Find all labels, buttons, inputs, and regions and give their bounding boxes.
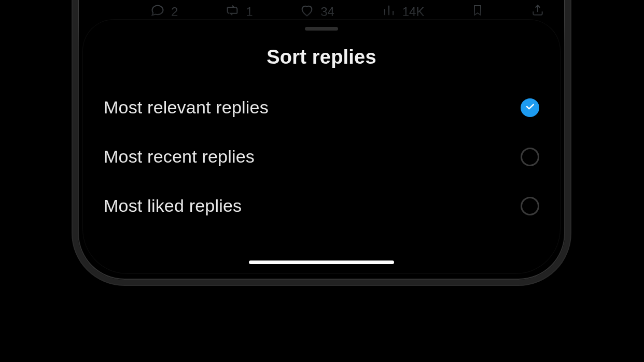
like-action[interactable]: 34 xyxy=(300,3,334,21)
analytics-icon xyxy=(382,3,396,21)
option-label: Most liked replies xyxy=(104,196,242,216)
reply-action[interactable]: 2 xyxy=(150,3,178,21)
sort-replies-sheet: Sort replies Most relevant replies Most … xyxy=(83,20,560,273)
repost-count: 1 xyxy=(246,5,253,19)
like-count: 34 xyxy=(320,5,334,19)
phone-frame: 2 1 34 14K xyxy=(73,0,570,285)
bookmark-action[interactable] xyxy=(471,4,484,20)
bookmark-icon xyxy=(471,4,484,20)
repost-action[interactable]: 1 xyxy=(225,3,253,21)
home-indicator[interactable] xyxy=(249,260,394,264)
view-count: 14K xyxy=(402,5,425,19)
reply-icon xyxy=(150,3,165,21)
reply-count: 2 xyxy=(171,5,178,19)
radio-selected[interactable] xyxy=(521,98,539,117)
sort-option-most-liked[interactable]: Most liked replies xyxy=(104,196,539,216)
sort-option-most-relevant[interactable]: Most relevant replies xyxy=(104,97,539,118)
option-label: Most recent replies xyxy=(104,147,255,167)
share-action[interactable] xyxy=(531,4,544,20)
repost-icon xyxy=(225,3,240,21)
sheet-title: Sort replies xyxy=(104,46,539,68)
sort-option-most-recent[interactable]: Most recent replies xyxy=(104,147,539,167)
radio-unselected[interactable] xyxy=(521,197,539,215)
views-action[interactable]: 14K xyxy=(382,3,425,21)
sort-options-list: Most relevant replies Most recent replie… xyxy=(104,97,539,216)
post-action-bar: 2 1 34 14K xyxy=(78,4,565,20)
radio-unselected[interactable] xyxy=(521,148,539,166)
sheet-grabber[interactable] xyxy=(305,27,338,31)
heart-icon xyxy=(300,3,314,21)
option-label: Most relevant replies xyxy=(104,97,269,118)
share-icon xyxy=(531,4,544,20)
check-icon xyxy=(525,102,535,114)
